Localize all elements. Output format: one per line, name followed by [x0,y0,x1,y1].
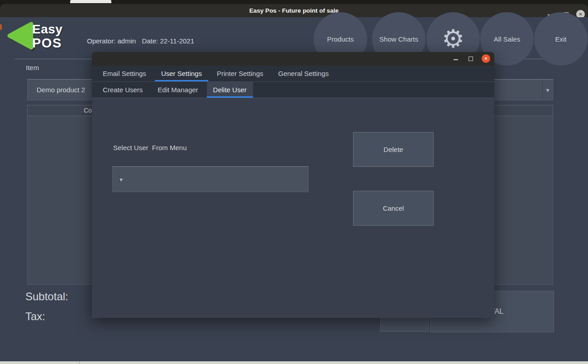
tax-label: Tax: [25,310,45,323]
gear-icon: ⚙ [442,26,464,52]
background-window-peek [70,0,111,3]
logo-line1: Easy [32,23,62,36]
tab-edit-manager[interactable]: Edit Manager [151,82,204,98]
dialog-close-icon[interactable]: ✕ [482,54,490,63]
exit-button[interactable]: Exit [534,12,588,66]
logo-line2: POS [32,36,62,50]
product-select-value: Demo product 2 [37,86,85,94]
subtotal-label: Subtotal: [25,290,68,303]
tab-delite-user[interactable]: Delite User [207,82,253,98]
operator-label: Operator: admin [87,37,136,45]
tab-printer-settings[interactable]: Printer Settings [210,66,270,81]
chevron-down-icon: ▾ [546,87,549,93]
user-select-arrow-box[interactable]: ▾ [119,175,123,183]
tab-general-settings[interactable]: General Settings [272,66,335,81]
bottom-strip-divider [79,361,80,364]
tab-email-settings[interactable]: Email Settings [96,66,153,81]
desktop-bottom-strip [0,361,588,364]
dialog-maximize-icon[interactable] [468,57,473,61]
select-user-label: Select User From Menu [113,144,187,151]
tab-user-settings[interactable]: User Settings [155,66,208,81]
dialog-titlebar: ✕ [92,52,494,66]
chevron-down-icon: ▾ [120,176,123,183]
left-edge-accent [0,24,2,30]
dialog-minimize-icon[interactable] [454,59,458,60]
logo-triangle-icon [6,20,34,54]
tab-create-users[interactable]: Create Users [96,82,149,98]
user-select[interactable]: ▾ [112,166,309,192]
secondary-tabbar: Create Users Edit Manager Delite User [92,82,494,98]
table-header-left-fragment: Co [84,107,92,114]
delete-button[interactable]: Delete [353,132,434,167]
primary-tabbar: Email Settings User Settings Printer Set… [92,66,494,82]
dropdown-arrow-box[interactable]: ▾ [542,80,553,100]
date-label: Date: 22-11-2021 [142,37,194,45]
operator-date-row: Operator: admin Date: 22-11-2021 [87,37,194,45]
item-label: Item [26,64,39,71]
cancel-button[interactable]: Cancel [353,191,434,226]
logo-text: Easy POS [32,23,62,50]
